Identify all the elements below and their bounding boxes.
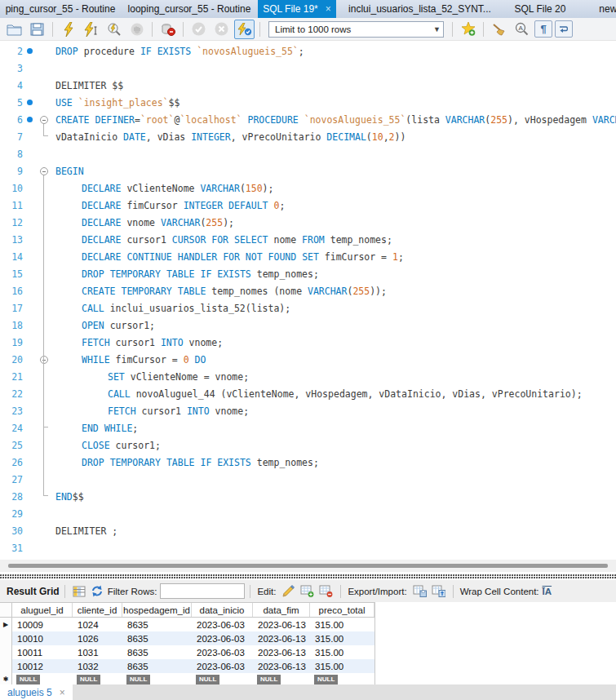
table-cell[interactable]: 8635 (122, 631, 192, 645)
code-line[interactable]: 25CLOSE cursor1; (0, 436, 616, 454)
table-cell[interactable]: 10009 (12, 618, 73, 631)
table-cell-null[interactable]: NULL (310, 673, 374, 684)
column-header[interactable]: hospedagem_id (122, 603, 192, 617)
table-row[interactable]: 10011103186352023-06-032023-06-13315.00 (0, 645, 375, 659)
code-line[interactable]: 15DROP TEMPORARY TABLE IF EXISTS temp_no… (0, 265, 616, 282)
code-line[interactable]: 22CALL novoAluguel_44 (vClienteNome, vHo… (0, 385, 616, 402)
code-line[interactable]: 28END$$ (0, 488, 616, 505)
code-line[interactable]: 14DECLARE CONTINUE HANDLER FOR NOT FOUND… (0, 248, 616, 265)
code-line[interactable]: 18OPEN cursor1; (0, 317, 616, 334)
table-cell-null[interactable]: NULL (12, 673, 73, 684)
code-line[interactable]: 23FETCH cursor1 INTO vnome; (0, 402, 616, 419)
table-row[interactable]: 10012103286352023-06-032023-06-13315.00 (0, 659, 375, 673)
table-cell[interactable]: 2023-06-03 (192, 645, 253, 659)
table-cell[interactable]: 8635 (122, 618, 192, 631)
code-line[interactable]: 31 (0, 539, 616, 556)
code-line[interactable]: 6CREATE DEFINER=`root`@`localhost` PROCE… (0, 111, 616, 128)
wrap-cell-icon[interactable]: ĪA (543, 587, 552, 596)
code-line[interactable]: 26DROP TEMPORARY TABLE IF EXISTS temp_no… (0, 454, 616, 471)
table-cell[interactable]: 10012 (12, 659, 73, 673)
add-row-icon[interactable] (300, 585, 314, 597)
code-line[interactable]: 29 (0, 505, 616, 522)
table-cell-null[interactable]: NULL (73, 673, 122, 684)
table-cell[interactable]: 2023-06-13 (253, 618, 310, 631)
stop-on-error-icon[interactable] (157, 20, 178, 39)
result-tab-alugueis[interactable]: alugueis 5 × (0, 684, 73, 700)
filter-rows-input[interactable] (160, 583, 245, 599)
column-header[interactable]: cliente_id (73, 603, 122, 617)
fold-marker[interactable] (36, 167, 52, 175)
code-line[interactable]: 12DECLARE vnome VARCHAR(255); (0, 214, 616, 231)
table-cell[interactable]: 1032 (73, 659, 122, 673)
save-icon[interactable] (27, 20, 47, 39)
explain-icon[interactable] (104, 20, 124, 39)
table-cell-null[interactable]: NULL (122, 673, 192, 684)
code-line[interactable]: 7vDataInicio DATE, vDias INTEGER, vPreco… (0, 128, 616, 145)
table-cell[interactable]: 10011 (12, 645, 73, 659)
code-line[interactable]: 9BEGIN (0, 162, 616, 179)
table-cell[interactable]: 315.00 (310, 659, 374, 673)
code-line[interactable]: 3 (0, 60, 616, 77)
code-line[interactable]: 27 (0, 471, 616, 488)
code-line[interactable]: 2DROP procedure IF EXISTS `novosAlugueis… (0, 42, 616, 60)
close-icon[interactable]: × (326, 4, 331, 14)
execute-icon[interactable] (58, 20, 78, 39)
table-cell[interactable]: 2023-06-03 (192, 618, 253, 631)
execute-statement-icon[interactable] (81, 20, 101, 39)
table-cell[interactable]: 315.00 (310, 631, 374, 645)
code-line[interactable]: 20WHILE fimCursor = 0 DO (0, 351, 616, 368)
column-header[interactable]: aluguel_id (12, 603, 73, 617)
column-header[interactable]: preco_total (310, 603, 374, 617)
sql-editor[interactable]: 2DROP procedure IF EXISTS `novosAlugueis… (0, 41, 616, 560)
code-line[interactable]: 11DECLARE fimCursor INTEGER DEFAULT 0; (0, 197, 616, 214)
table-cell[interactable]: 2023-06-03 (192, 631, 253, 645)
code-line[interactable]: 24END WHILE; (0, 419, 616, 436)
table-cell[interactable]: 10010 (12, 631, 73, 645)
code-line[interactable]: 13DECLARE cursor1 CURSOR FOR SELECT nome… (0, 231, 616, 248)
beautify-icon[interactable] (489, 20, 509, 39)
column-header[interactable]: data_inicio (192, 603, 253, 617)
editor-tab[interactable]: SQL File 19*× (258, 0, 336, 18)
wrap-text-icon[interactable] (555, 20, 573, 38)
column-header[interactable]: data_fim (253, 603, 310, 617)
table-cell[interactable]: 315.00 (310, 618, 374, 631)
code-line[interactable]: 17CALL inclui_usuarios_lista_52(lista); (0, 299, 616, 317)
table-cell[interactable]: 315.00 (310, 645, 374, 659)
table-row[interactable]: 10010102686352023-06-032023-06-13315.00 (0, 631, 375, 645)
autocommit-icon[interactable] (234, 20, 255, 39)
find-icon[interactable]: A (512, 20, 532, 39)
table-cell[interactable]: 2023-06-13 (253, 631, 310, 645)
horizontal-scrollbar[interactable] (0, 560, 616, 572)
pane-splitter[interactable] (0, 572, 616, 580)
code-line[interactable]: 21SET vClienteNome = vnome; (0, 368, 616, 385)
table-cell[interactable]: 8635 (122, 659, 192, 673)
code-line[interactable]: 16CREATE TEMPORARY TABLE temp_nomes (nom… (0, 282, 616, 299)
refresh-icon[interactable] (91, 585, 104, 597)
table-cell[interactable]: 1024 (73, 618, 122, 631)
table-cell[interactable]: 1031 (73, 645, 122, 659)
table-cell[interactable]: 2023-06-03 (192, 659, 253, 673)
insert-row[interactable]: ✱NULLNULLNULLNULLNULLNULL (0, 673, 375, 684)
code-line[interactable]: 19FETCH cursor1 INTO vnome; (0, 334, 616, 351)
editor-tab[interactable]: SQL File 20 (503, 0, 577, 18)
editor-tab[interactable]: ping_cursor_55 - Routine (0, 0, 121, 18)
table-cell-null[interactable]: NULL (253, 673, 310, 684)
code-line[interactable]: 5USE `insight_places`$$ (0, 94, 616, 111)
table-cell[interactable]: 2023-06-13 (253, 659, 310, 673)
code-line[interactable]: 30DELIMITER ; (0, 522, 616, 539)
scrollbar-thumb[interactable] (8, 564, 608, 568)
fold-marker[interactable] (36, 116, 52, 124)
show-invisibles-icon[interactable]: ¶ (534, 20, 552, 38)
close-icon[interactable]: × (60, 687, 65, 698)
code-line[interactable]: 4DELIMITER $$ (0, 77, 616, 94)
table-cell-null[interactable]: NULL (192, 673, 253, 684)
grid-view-icon[interactable] (73, 586, 86, 597)
editor-tab[interactable]: new_fun (577, 0, 616, 18)
delete-row-icon[interactable] (319, 585, 333, 597)
table-cell[interactable]: 8635 (122, 645, 192, 659)
new-snippet-icon[interactable] (458, 20, 478, 39)
table-row[interactable]: ▶10009102486352023-06-032023-06-13315.00 (0, 618, 375, 631)
limit-rows-dropdown[interactable]: Limit to 1000 rows ▼ (268, 21, 444, 38)
code-line[interactable]: 10DECLARE vClienteNome VARCHAR(150); (0, 179, 616, 197)
editor-tab[interactable]: looping_cursor_55 - Routine (121, 0, 258, 18)
